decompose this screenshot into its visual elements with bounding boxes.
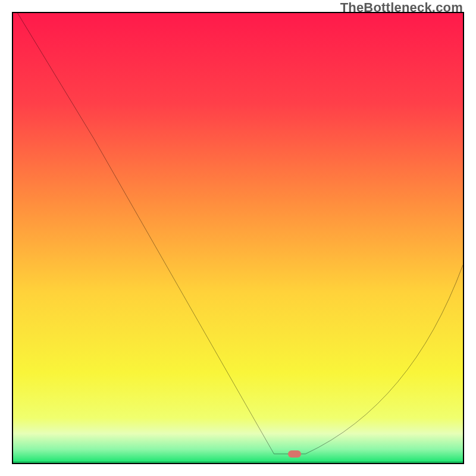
plot-area	[12, 12, 464, 464]
bottleneck-curve-line	[18, 13, 463, 454]
curve-layer	[13, 13, 463, 463]
bottleneck-chart: TheBottleneck.com	[0, 0, 476, 476]
optimal-point-marker	[288, 450, 301, 458]
